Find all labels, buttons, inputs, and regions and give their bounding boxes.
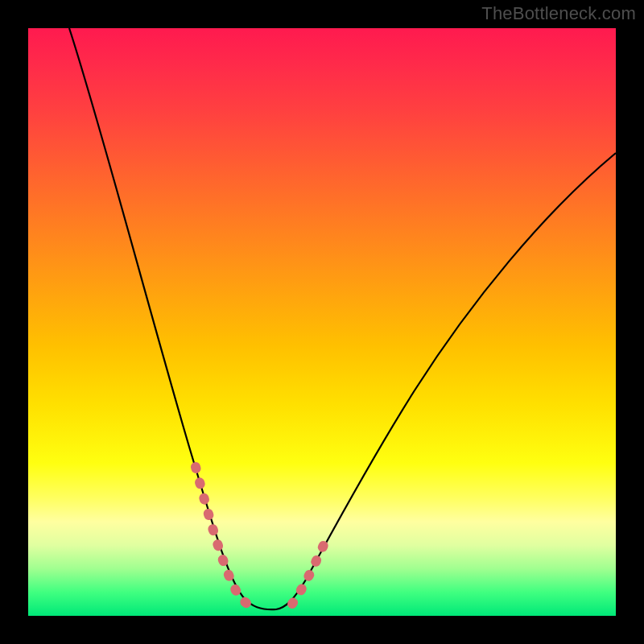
highlight-left <box>196 467 258 609</box>
curve-layer <box>28 28 616 616</box>
watermark-text: TheBottleneck.com <box>481 3 636 24</box>
highlight-right <box>292 543 324 604</box>
chart-frame: TheBottleneck.com <box>0 0 644 644</box>
plot-area <box>28 28 616 616</box>
bottleneck-curve <box>69 28 616 609</box>
